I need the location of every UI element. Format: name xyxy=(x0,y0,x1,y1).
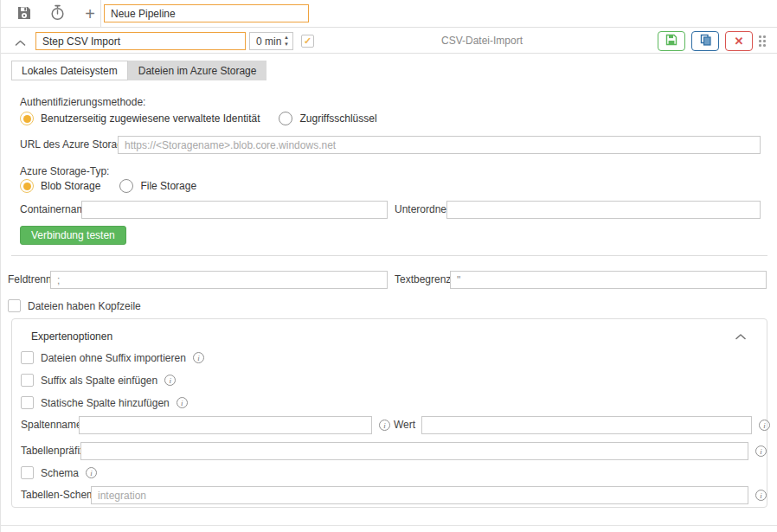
radio-managed-identity-label: Benutzerseitig zugewiesene verwaltete Id… xyxy=(41,112,260,125)
text-qualifier-input[interactable] xyxy=(450,271,767,289)
chevron-up-icon xyxy=(735,334,746,340)
info-icon[interactable]: i xyxy=(759,420,770,431)
duplicate-step-button[interactable] xyxy=(691,31,719,51)
main-toolbar: + xyxy=(1,0,777,28)
toolbar-separator xyxy=(100,0,101,28)
tab-local-filesystem[interactable]: Lokales Dateisystem xyxy=(11,61,128,80)
step-type-title: CSV-Datei-Import xyxy=(313,35,651,47)
duration-stepper[interactable]: 0 min ▲ ▼ xyxy=(249,32,293,50)
static-value-input[interactable] xyxy=(421,416,752,434)
info-icon[interactable]: i xyxy=(164,375,176,386)
bottom-border xyxy=(1,525,777,526)
schema-checkbox[interactable] xyxy=(21,466,34,479)
auth-method-label: Authentifizierungsmethode: xyxy=(20,93,145,112)
info-icon[interactable]: i xyxy=(193,352,204,363)
section-divider xyxy=(11,255,767,256)
save-icon xyxy=(16,5,32,23)
table-schema-input[interactable] xyxy=(91,486,748,504)
expert-options-title: Expertenoptionen xyxy=(31,328,112,346)
save-pipeline-button[interactable] xyxy=(10,3,39,24)
schema-row: Schema i xyxy=(21,466,97,479)
schedule-pipeline-button[interactable] xyxy=(42,3,72,24)
has-header-checkbox[interactable] xyxy=(8,299,21,312)
radio-access-key[interactable] xyxy=(279,112,292,125)
step-name-input[interactable] xyxy=(35,32,246,50)
static-column-row: Statische Spalte hinzufügen i xyxy=(21,396,188,409)
field-delimiter-input[interactable] xyxy=(50,271,388,289)
table-schema-label: Tabellen-Schema xyxy=(21,486,101,504)
storage-url-label: URL des Azure Storage xyxy=(20,136,129,154)
drag-handle-icon[interactable] xyxy=(759,35,767,48)
test-connection-button[interactable]: Verbindung testen xyxy=(20,226,126,245)
chevron-up-icon xyxy=(15,40,26,47)
container-name-label: Containername xyxy=(20,201,91,219)
step-active-checkbox[interactable]: ✓ xyxy=(301,35,314,48)
column-name-input[interactable] xyxy=(79,416,372,434)
container-name-input[interactable] xyxy=(81,201,388,219)
static-column-checkbox[interactable] xyxy=(21,396,34,409)
duration-value: 0 min xyxy=(256,35,281,48)
storage-url-input[interactable] xyxy=(118,136,761,154)
static-value-label: Wert xyxy=(394,416,415,434)
info-icon[interactable]: i xyxy=(86,467,97,478)
copy-icon xyxy=(700,34,711,48)
table-prefix-input[interactable] xyxy=(80,442,748,460)
close-icon: ✕ xyxy=(735,35,744,47)
expert-options-panel: Expertenoptionen Dateien ohne Suffix imp… xyxy=(11,318,767,508)
radio-file-storage-label: File Storage xyxy=(140,180,196,192)
stopwatch-icon xyxy=(49,4,66,23)
delete-step-button[interactable]: ✕ xyxy=(725,31,753,51)
info-icon[interactable]: i xyxy=(379,420,390,431)
spinner-up-icon[interactable]: ▲ xyxy=(284,35,289,41)
collapse-expert-button[interactable] xyxy=(735,330,746,343)
radio-blob-storage-label: Blob Storage xyxy=(41,180,100,192)
radio-managed-identity[interactable] xyxy=(20,112,34,125)
plus-icon: + xyxy=(85,5,95,22)
pipeline-name-input[interactable] xyxy=(104,4,309,22)
auth-method-radios: Benutzerseitig zugewiesene verwaltete Id… xyxy=(20,112,389,125)
storage-type-radios: Blob Storage File Storage xyxy=(20,179,209,193)
save-step-icon xyxy=(665,34,677,48)
save-step-button[interactable] xyxy=(658,31,685,51)
storage-type-label: Azure Storage-Typ: xyxy=(20,163,109,181)
has-header-row: Dateien haben Kopfzeile xyxy=(8,299,141,312)
suffix-as-column-row: Suffix als Spalte einfügen i xyxy=(21,374,176,387)
radio-blob-storage[interactable] xyxy=(20,179,34,193)
info-icon[interactable]: i xyxy=(755,490,767,501)
info-icon[interactable]: i xyxy=(177,397,188,408)
step-header: 0 min ▲ ▼ ✓ CSV-Datei-Import ✕ xyxy=(1,29,777,54)
info-icon[interactable]: i xyxy=(755,445,767,457)
suffix-as-column-label: Suffix als Spalte einfügen xyxy=(41,375,157,387)
subfolder-input[interactable] xyxy=(446,201,761,219)
duration-spinner[interactable]: ▲ ▼ xyxy=(284,35,289,48)
import-without-suffix-checkbox[interactable] xyxy=(21,351,34,364)
check-icon: ✓ xyxy=(304,36,311,46)
collapse-step-button[interactable] xyxy=(15,37,26,49)
radio-access-key-label: Zugriffsschlüssel xyxy=(299,112,376,125)
tab-azure-storage[interactable]: Dateien im Azure Storage xyxy=(128,61,267,80)
schema-label: Schema xyxy=(41,467,79,479)
static-column-label: Statische Spalte hinzufügen xyxy=(41,397,170,409)
import-without-suffix-row: Dateien ohne Suffix importieren i xyxy=(21,351,204,364)
table-prefix-label: Tabellenpräfix xyxy=(21,442,85,460)
has-header-label: Dateien haben Kopfzeile xyxy=(28,300,141,312)
radio-file-storage[interactable] xyxy=(119,179,133,193)
column-name-label: Spaltenname xyxy=(21,416,82,434)
subfolder-label: Unterordner xyxy=(395,201,450,219)
pipeline-editor: + 0 min ▲ ▼ ✓ CSV-Datei-Import xyxy=(0,0,777,532)
spinner-down-icon[interactable]: ▼ xyxy=(284,42,289,48)
storage-tabs: Lokales Dateisystem Dateien im Azure Sto… xyxy=(11,61,266,80)
suffix-as-column-checkbox[interactable] xyxy=(21,374,34,387)
import-without-suffix-label: Dateien ohne Suffix importieren xyxy=(41,352,186,364)
